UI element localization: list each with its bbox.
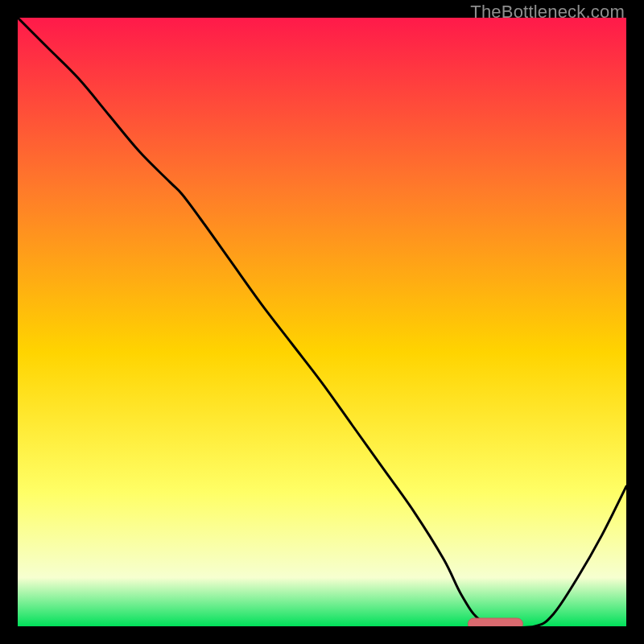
chart-frame <box>18 18 626 626</box>
chart-svg <box>18 18 626 626</box>
chart-background <box>18 18 626 626</box>
optimal-marker <box>468 618 522 626</box>
